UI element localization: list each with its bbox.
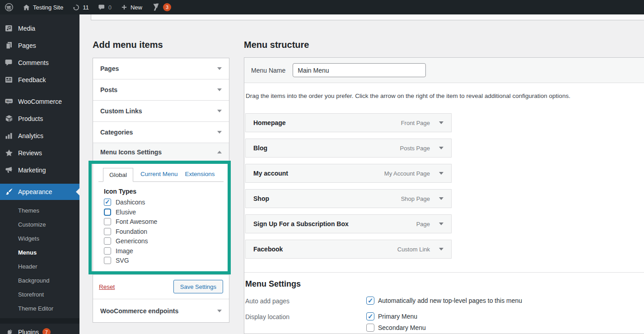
auto-add-pages-checkbox[interactable] xyxy=(366,297,374,305)
accordion-section-pages[interactable]: Pages xyxy=(93,58,229,79)
comment-icon xyxy=(98,4,106,11)
sidebar-item-woocommerce[interactable]: Woo WooCommerce xyxy=(0,93,79,110)
item-options-arrow-icon[interactable] xyxy=(439,147,443,149)
chevron-down-icon xyxy=(217,110,222,112)
item-options-arrow-icon[interactable] xyxy=(439,172,443,175)
accordion-section-categories[interactable]: Categories xyxy=(93,122,229,143)
sidebar-item-marketing[interactable]: Marketing xyxy=(0,162,79,179)
media-icon xyxy=(5,24,14,33)
sidebar-item-media[interactable]: Media xyxy=(0,20,79,37)
menu-item-type: Posts Page xyxy=(400,145,430,152)
menu-item-shop[interactable]: Shop Shop Page xyxy=(245,189,452,208)
tab-global[interactable]: Global xyxy=(103,168,133,182)
accordion-section-posts[interactable]: Posts xyxy=(93,79,229,101)
submenu-item-themes[interactable]: Themes xyxy=(0,204,79,218)
save-settings-button[interactable]: Save Settings xyxy=(173,280,223,293)
plugins-update-badge: 7 xyxy=(42,328,51,334)
menu-item-type: Shop Page xyxy=(401,195,430,202)
tab-extensions[interactable]: Extensions xyxy=(185,167,215,181)
item-options-arrow-icon[interactable] xyxy=(439,223,443,225)
section-label: Posts xyxy=(100,86,117,93)
sidebar-item-feedback[interactable]: Feedback xyxy=(0,71,79,88)
reset-link[interactable]: Reset xyxy=(99,283,115,290)
menu-icons-settings-body: Global Current Menu Extensions Icon Type… xyxy=(93,161,229,275)
comments-count: 0 xyxy=(108,4,112,11)
secondary-menu-checkbox[interactable] xyxy=(366,324,374,332)
menu-item-homepage[interactable]: Homepage Front Page xyxy=(245,113,452,132)
image-checkbox[interactable] xyxy=(104,247,111,255)
submenu-item-menus[interactable]: Menus xyxy=(0,246,79,260)
auto-add-pages-label: Auto add pages xyxy=(245,297,366,305)
item-options-arrow-icon[interactable] xyxy=(439,121,443,124)
menu-name-input[interactable] xyxy=(293,63,426,77)
sidebar-item-label: Products xyxy=(18,115,43,122)
sidebar-item-label: Media xyxy=(18,25,35,32)
icon-settings-actions: Reset Save Settings xyxy=(93,275,229,299)
svg-checkbox[interactable] xyxy=(104,257,111,264)
item-options-arrow-icon[interactable] xyxy=(439,197,443,200)
menu-item-facebook[interactable]: Facebook Custom Link xyxy=(245,240,452,259)
sidebar-item-pages[interactable]: Pages xyxy=(0,37,79,54)
display-location-row: Display location Primary Menu Secondary … xyxy=(245,312,644,332)
sidebar-item-label: Reviews xyxy=(18,149,42,157)
megaphone-icon xyxy=(5,166,14,175)
sidebar-item-comments[interactable]: Comments xyxy=(0,54,79,71)
updates-indicator[interactable]: 11 xyxy=(68,0,93,14)
comments-icon xyxy=(5,58,14,67)
drag-instructions: Drag the items into the order you prefer… xyxy=(246,93,644,99)
sidebar-item-plugins[interactable]: Plugins 7 xyxy=(0,324,79,334)
foundation-checkbox[interactable] xyxy=(104,228,111,235)
yoast-menu[interactable]: 3 xyxy=(147,0,176,14)
appearance-submenu: Themes Customize Widgets Menus Header Ba… xyxy=(0,200,79,318)
plus-icon xyxy=(121,4,128,11)
accordion-section-custom-links[interactable]: Custom Links xyxy=(93,101,229,122)
icon-settings-tabs: Global Current Menu Extensions xyxy=(98,167,224,182)
pages-icon xyxy=(5,41,14,50)
submenu-item-widgets[interactable]: Widgets xyxy=(0,232,79,246)
new-menu[interactable]: New xyxy=(116,0,147,14)
elusive-checkbox[interactable] xyxy=(104,209,111,216)
checkbox-label: SVG xyxy=(116,257,129,264)
sidebar-item-label: Feedback xyxy=(18,76,46,84)
item-options-arrow-icon[interactable] xyxy=(439,248,443,250)
menu-item-label: Blog xyxy=(253,144,400,152)
wordpress-logo-menu[interactable] xyxy=(0,0,18,14)
section-divider xyxy=(244,272,644,273)
checkbox-label: Primary Menu xyxy=(378,313,417,320)
menu-item-my-account[interactable]: My account My Account Page xyxy=(245,164,452,183)
genericons-checkbox[interactable] xyxy=(104,237,111,245)
menu-item-subscription-box[interactable]: Sign Up For a Subscription Box Page xyxy=(245,214,452,233)
sidebar-item-label: Plugins xyxy=(18,329,39,334)
menu-name-row: Menu Name xyxy=(244,58,644,83)
menu-structure-panel: Menu Name Drag the items into the order … xyxy=(244,57,644,334)
sidebar-item-reviews[interactable]: Reviews xyxy=(0,144,79,162)
tab-current-menu[interactable]: Current Menu xyxy=(140,167,178,181)
svg-text:Woo: Woo xyxy=(6,100,12,102)
site-name-link[interactable]: Testing Site xyxy=(18,0,68,14)
submenu-item-header[interactable]: Header xyxy=(0,260,79,274)
sidebar-item-appearance[interactable]: Appearance xyxy=(0,184,79,200)
dashicons-checkbox[interactable] xyxy=(104,199,111,206)
sidebar-item-label: Appearance xyxy=(18,188,52,195)
submenu-item-storefront[interactable]: Storefront xyxy=(0,288,79,302)
accordion-section-menu-icons-settings[interactable]: Menu Icons Settings xyxy=(93,143,229,161)
submenu-item-customize[interactable]: Customize xyxy=(0,218,79,232)
primary-menu-checkbox[interactable] xyxy=(366,312,374,320)
analytics-icon xyxy=(5,131,14,140)
accordion-section-woocommerce-endpoints[interactable]: WooCommerce endpoints xyxy=(93,299,229,322)
checkbox-label: Automatically add new top-level pages to… xyxy=(378,297,522,304)
menu-item-blog[interactable]: Blog Posts Page xyxy=(245,139,452,158)
sidebar-separator xyxy=(0,88,79,93)
comments-indicator[interactable]: 0 xyxy=(93,0,116,14)
products-icon xyxy=(5,114,14,123)
sidebar-item-analytics[interactable]: Analytics xyxy=(0,127,79,144)
sidebar-item-products[interactable]: Products xyxy=(0,110,79,127)
sidebar-item-label: Analytics xyxy=(18,132,43,139)
font-awesome-checkbox[interactable] xyxy=(104,218,111,225)
submenu-item-theme-editor[interactable]: Theme Editor xyxy=(0,302,79,315)
checkbox-label: Elusive xyxy=(116,209,136,216)
new-label: New xyxy=(131,4,142,11)
sidebar-item-label: Marketing xyxy=(18,167,46,174)
icon-type-row: SVG xyxy=(104,257,224,264)
submenu-item-background[interactable]: Background xyxy=(0,274,79,288)
